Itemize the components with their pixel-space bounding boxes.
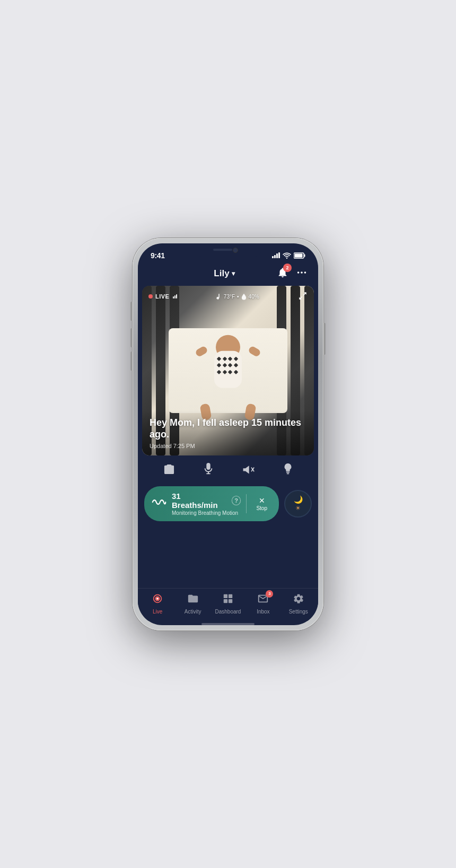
header-title[interactable]: Lily ▾ — [214, 268, 234, 279]
breathing-icon — [152, 497, 166, 510]
wifi-icon — [283, 252, 291, 259]
svg-rect-1 — [304, 254, 305, 257]
more-options-button[interactable] — [296, 267, 308, 280]
tab-live[interactable]: Live — [144, 593, 171, 615]
svg-rect-19 — [229, 599, 232, 602]
header-actions: 2 — [277, 267, 308, 280]
tab-settings[interactable]: Settings — [285, 593, 312, 615]
svg-point-4 — [301, 271, 303, 274]
tab-bar: Live Activity — [138, 588, 318, 621]
controls-bar — [138, 455, 318, 483]
camera-feed[interactable]: LIVE 73°F • 40% — [142, 286, 314, 455]
svg-rect-12 — [287, 473, 290, 474]
inbox-tab-label: Inbox — [257, 609, 269, 615]
tab-dashboard[interactable]: Dashboard — [215, 593, 241, 615]
camera-icon — [163, 464, 176, 475]
baby-name: Lily — [214, 268, 229, 279]
breathing-monitor-pill[interactable]: 31 Breaths/min ? Monitoring Breathing Mo… — [144, 486, 279, 521]
notification-badge: 2 — [283, 264, 292, 272]
mute-icon — [242, 464, 255, 475]
baby-body — [214, 350, 242, 388]
live-dot — [148, 294, 153, 299]
baby-figure — [194, 335, 262, 419]
svg-rect-16 — [224, 594, 227, 598]
live-text: LIVE — [155, 293, 169, 300]
sleep-message: Hey Mom, I fell asleep 15 minutes ago. — [150, 417, 306, 441]
activity-tab-label: Activity — [185, 609, 201, 615]
microphone-icon — [204, 463, 213, 476]
dashboard-tab-label: Dashboard — [215, 609, 241, 615]
moon-icon: 🌙 — [294, 495, 303, 504]
header: Lily ▾ 2 — [138, 265, 318, 286]
expand-icon — [298, 291, 308, 301]
breathing-label: Monitoring Breathing Motion — [172, 510, 241, 516]
svg-rect-18 — [224, 599, 227, 602]
expand-button[interactable] — [298, 291, 308, 302]
microphone-button[interactable] — [204, 463, 213, 476]
live-indicator: LIVE — [148, 293, 177, 300]
camera-snapshot-button[interactable] — [163, 464, 176, 475]
chevron-down-icon: ▾ — [232, 270, 235, 277]
svg-rect-11 — [286, 471, 290, 472]
settings-tab-icon — [293, 593, 304, 607]
live-signal-icon — [173, 294, 177, 299]
stop-monitoring-button[interactable]: ✕ Stop — [252, 496, 271, 511]
notifications-button[interactable]: 2 — [277, 267, 288, 280]
camera-overlay-bottom: Hey Mom, I fell asleep 15 minutes ago. U… — [142, 410, 314, 455]
svg-point-15 — [156, 598, 159, 600]
tab-activity[interactable]: Activity — [180, 593, 206, 615]
more-icon — [296, 267, 308, 278]
notch-speaker — [213, 249, 232, 251]
sun-icon: ☀ — [295, 505, 301, 512]
live-tab-icon — [152, 593, 163, 607]
phone-screen: 9:41 L — [138, 243, 318, 625]
temperature-value: 73°F — [224, 294, 235, 300]
breathing-rate: 31 Breaths/min ? — [172, 492, 241, 510]
stop-label: Stop — [256, 505, 267, 511]
battery-icon — [294, 252, 305, 259]
dashboard-tab-icon — [222, 593, 234, 607]
camera-overlay-top: LIVE 73°F • 40% — [142, 286, 314, 308]
status-time: 9:41 — [151, 251, 165, 260]
svg-point-5 — [304, 271, 306, 274]
svg-point-3 — [297, 271, 300, 274]
sensor-info: 73°F • 40% — [216, 293, 259, 300]
humidity-icon — [241, 293, 247, 300]
inbox-badge: 3 — [266, 590, 273, 598]
lightbulb-icon — [283, 463, 293, 476]
day-night-toggle[interactable]: 🌙 ☀ — [284, 490, 312, 518]
close-icon: ✕ — [259, 496, 265, 505]
phone-frame: 9:41 L — [133, 238, 323, 630]
signal-bars-icon — [272, 252, 280, 258]
breathing-info-icon[interactable]: ? — [232, 496, 241, 505]
inbox-tab-icon: 3 — [257, 593, 269, 607]
home-indicator — [201, 623, 255, 625]
notch — [194, 243, 262, 257]
breathing-info: 31 Breaths/min ? Monitoring Breathing Mo… — [172, 492, 241, 516]
notch-camera — [233, 248, 238, 253]
updated-time: Updated 7:25 PM — [150, 443, 306, 449]
svg-rect-2 — [295, 253, 303, 257]
activity-tab-icon — [187, 593, 199, 607]
mute-button[interactable] — [242, 464, 255, 475]
status-icons — [272, 252, 305, 259]
sensor-separator: • — [237, 294, 239, 300]
breathing-divider — [246, 494, 247, 513]
svg-rect-6 — [207, 463, 211, 470]
humidity-value: 40% — [249, 294, 259, 300]
svg-rect-17 — [229, 594, 232, 598]
baby-arm-right — [248, 345, 261, 357]
baby-arm-left — [195, 345, 208, 357]
onesie-pattern — [216, 356, 240, 377]
breathing-section: 31 Breaths/min ? Monitoring Breathing Mo… — [138, 483, 318, 528]
live-tab-label: Live — [153, 609, 162, 615]
settings-tab-label: Settings — [289, 609, 308, 615]
thermometer-icon — [216, 293, 222, 300]
tab-inbox[interactable]: 3 Inbox — [250, 593, 276, 615]
light-button[interactable] — [283, 463, 293, 476]
